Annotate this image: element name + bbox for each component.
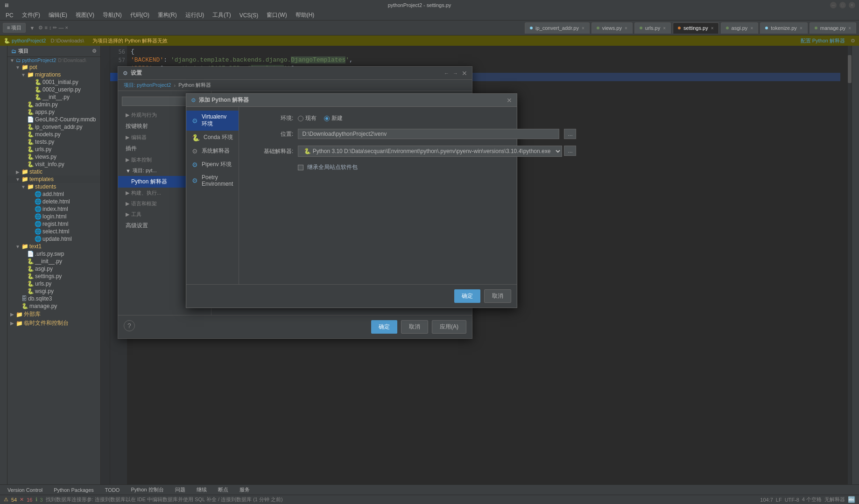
tree-text1[interactable]: ▼ 📁 text1 xyxy=(7,243,100,250)
tab-version-control[interactable]: Version Control xyxy=(3,486,47,494)
tree-admin[interactable]: 🐍 admin.py xyxy=(7,101,100,108)
nav-pipenv[interactable]: ⚙ Pipenv 环境 xyxy=(186,158,239,171)
tree-add-html[interactable]: 🌐 add.html xyxy=(7,190,100,198)
tab-asgi[interactable]: asgi.py × xyxy=(721,22,759,34)
tree-apps[interactable]: 🐍 apps.py xyxy=(7,108,100,116)
tree-wsgi[interactable]: 🐍 wsgi.py xyxy=(7,287,100,295)
tree-pot[interactable]: ▼ 📁 pot xyxy=(7,63,100,71)
tab-close[interactable]: × xyxy=(800,26,803,31)
tree-update-html[interactable]: 🌐 update.html xyxy=(7,235,100,243)
vertical-scrollbar[interactable] xyxy=(848,46,852,484)
settings-cancel-button[interactable]: 取消 xyxy=(401,320,428,334)
tree-ip-convert[interactable]: 🐍 ip_convert_addr.py xyxy=(7,123,100,131)
settings-apply-button[interactable]: 应用(A) xyxy=(432,320,466,334)
tree-tests[interactable]: 🐍 tests.py xyxy=(7,138,100,146)
tree-manage[interactable]: 🐍 manage.py xyxy=(7,302,100,310)
status-lf[interactable]: LF xyxy=(776,497,782,503)
scroll-thumb[interactable] xyxy=(848,55,852,83)
tab-ip-convert[interactable]: ip_convert_addr.py × xyxy=(525,22,590,34)
menu-navigate[interactable]: 导航(N) xyxy=(99,10,126,20)
maximize-button[interactable]: □ xyxy=(839,2,846,8)
nav-system-interpreter[interactable]: ⚙ 系统解释器 xyxy=(186,144,239,158)
tree-students[interactable]: ▼ 📁 students xyxy=(7,183,100,190)
tree-models[interactable]: 🐍 models.py xyxy=(7,131,100,138)
tree-asgi[interactable]: 🐍 asgi.py xyxy=(7,265,100,273)
nav-back[interactable]: ← xyxy=(444,70,449,76)
tab-todo[interactable]: TODO xyxy=(100,486,125,494)
tree-migrations[interactable]: ▼ 📁 migrations xyxy=(7,71,100,78)
radio-new-btn[interactable] xyxy=(324,116,330,121)
menu-tools[interactable]: 工具(T) xyxy=(209,10,234,20)
status-line-col[interactable]: 104:7 xyxy=(760,497,773,503)
menu-window[interactable]: 窗口(W) xyxy=(263,10,290,20)
settings-gear[interactable]: ⚙ xyxy=(851,38,855,44)
tree-static[interactable]: ▶ 📁 static xyxy=(7,168,100,175)
status-interpreter[interactable]: 无解释器 xyxy=(824,496,845,503)
settings-breadcrumb-project[interactable]: 项目: pythonProject2 xyxy=(124,82,171,89)
tab-python-packages[interactable]: Python Packages xyxy=(49,486,99,494)
nav-forward[interactable]: → xyxy=(453,70,458,76)
tab-tokenize[interactable]: tokenize.py × xyxy=(760,22,808,34)
status-indent[interactable]: 4 个空格 xyxy=(802,496,822,503)
browse-interpreter-button[interactable]: … xyxy=(564,146,576,156)
radio-existing[interactable]: 现有 xyxy=(298,114,317,122)
tab-problems[interactable]: 问题 xyxy=(170,485,190,494)
tree-index-html[interactable]: 🌐 index.html xyxy=(7,205,100,213)
radio-new[interactable]: 新建 xyxy=(324,114,343,122)
tree-templates[interactable]: ▼ 📁 templates xyxy=(7,175,100,183)
tab-urls[interactable]: urls.py × xyxy=(634,22,671,34)
tab-close[interactable]: × xyxy=(750,26,753,31)
tree-delete-html[interactable]: 🌐 delete.html xyxy=(7,198,100,205)
location-input[interactable] xyxy=(298,129,559,139)
tab-continue[interactable]: 继续 xyxy=(192,485,211,494)
tab-close[interactable]: × xyxy=(582,26,584,31)
menu-vcs[interactable]: VCS(S) xyxy=(236,11,262,20)
tree-settings-py[interactable]: 🐍 settings.py xyxy=(7,273,100,280)
radio-existing-btn[interactable] xyxy=(298,116,303,121)
minimize-button[interactable]: ─ xyxy=(830,2,837,8)
tab-close[interactable]: × xyxy=(625,26,627,31)
inherit-checkbox[interactable] xyxy=(298,165,303,170)
tree-temp-files[interactable]: ▶ 📁 临时文件和控制台 xyxy=(7,319,100,328)
tree-select-html[interactable]: 🌐 select.html xyxy=(7,228,100,235)
tab-breakpoints[interactable]: 断点 xyxy=(213,485,233,494)
menu-file[interactable]: 文件(F) xyxy=(18,10,44,20)
tree-urls-pot[interactable]: 🐍 urls.py xyxy=(7,146,100,153)
nav-conda[interactable]: 🐍 Conda 环境 xyxy=(186,131,239,144)
menu-edit[interactable]: 编辑(E) xyxy=(45,10,71,20)
nav-poetry[interactable]: ⚙ Poetry Environment xyxy=(186,171,239,190)
tab-views[interactable]: views.py × xyxy=(591,22,633,34)
tree-init-text1[interactable]: 🐍 __init__.py xyxy=(7,258,100,265)
menu-pc[interactable]: PC xyxy=(2,11,17,20)
configure-python-btn[interactable]: 配置 Python 解释器 xyxy=(801,37,845,44)
tree-visit-info[interactable]: 🐍 visit_info.py xyxy=(7,161,100,168)
settings-confirm-button[interactable]: 确定 xyxy=(371,320,397,334)
close-button[interactable]: ✕ xyxy=(849,2,855,8)
tree-geolite[interactable]: 📄 GeoLite2-Country.mmdb xyxy=(7,116,100,123)
project-btn[interactable]: ≡ 项目 xyxy=(3,23,26,33)
tab-python-console[interactable]: Python 控制台 xyxy=(126,485,168,494)
tab-close[interactable]: × xyxy=(711,26,714,31)
add-interpreter-cancel-button[interactable]: 取消 xyxy=(484,289,511,303)
base-interpreter-select[interactable]: 🐍 Python 3.10 D:\Data\secquan\Environmen… xyxy=(298,146,562,157)
settings-close-button[interactable]: ✕ xyxy=(462,70,467,77)
browse-location-button[interactable]: … xyxy=(564,129,576,139)
menu-view[interactable]: 视图(V) xyxy=(72,10,98,20)
tree-db[interactable]: 🗄 db.sqlite3 xyxy=(7,295,100,302)
tab-services[interactable]: 服务 xyxy=(235,485,254,494)
tree-urls-swp[interactable]: 📄 .urls.py.swp xyxy=(7,250,100,258)
add-interpreter-confirm-button[interactable]: 确定 xyxy=(454,289,480,303)
tree-init-migrations[interactable]: 🐍 __init__.py xyxy=(7,93,100,101)
tab-settings[interactable]: settings.py × xyxy=(673,22,718,34)
tree-external-libs[interactable]: ▶ 📁 外部库 xyxy=(7,310,100,319)
tab-manage[interactable]: manage.py × xyxy=(810,22,856,34)
tree-urls-text1[interactable]: 🐍 urls.py xyxy=(7,280,100,287)
status-encoding[interactable]: UTF-8 xyxy=(785,497,799,503)
tree-regist-html[interactable]: 🌐 regist.html xyxy=(7,220,100,228)
menu-code[interactable]: 代码(O) xyxy=(127,10,153,20)
tree-0002[interactable]: 🐍 0002_userip.py xyxy=(7,86,100,93)
tree-login-html[interactable]: 🌐 login.html xyxy=(7,213,100,220)
tab-close[interactable]: × xyxy=(848,26,851,31)
tab-close[interactable]: × xyxy=(663,26,666,31)
menu-help[interactable]: 帮助(H) xyxy=(292,10,318,20)
